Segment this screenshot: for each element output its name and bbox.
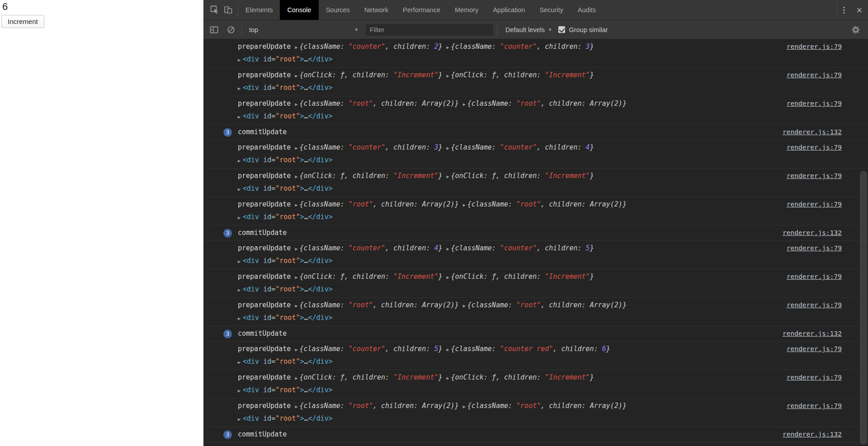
console-entry-prepare: renderer.js:79prepareUpdate▶{onClick: ƒ,… xyxy=(203,67,868,96)
expand-arrow-icon[interactable]: ▶ xyxy=(463,300,466,312)
source-link[interactable]: renderer.js:79 xyxy=(787,198,842,211)
expand-arrow-icon[interactable]: ▶ xyxy=(238,356,241,368)
scrollbar-thumb[interactable] xyxy=(860,171,867,445)
clear-console-icon[interactable] xyxy=(224,20,238,39)
source-link[interactable]: renderer.js:132 xyxy=(783,227,842,239)
attribute-value: "root" xyxy=(275,112,300,120)
group-similar-checkbox[interactable] xyxy=(558,26,565,33)
source-link[interactable]: renderer.js:79 xyxy=(787,371,842,384)
expand-arrow-icon[interactable]: ▶ xyxy=(447,142,449,154)
log-levels-dropdown[interactable]: Default levels ▼ xyxy=(501,26,555,33)
tag-name: <div xyxy=(243,84,263,92)
inspect-icon[interactable] xyxy=(208,0,222,20)
expand-arrow-icon[interactable]: ▶ xyxy=(295,41,297,53)
equals-sign: = xyxy=(271,257,275,265)
expand-arrow-icon[interactable]: ▶ xyxy=(447,170,449,183)
source-link[interactable]: renderer.js:132 xyxy=(783,126,842,138)
more-menu-icon[interactable] xyxy=(837,0,851,20)
dom-node-preview: <div id="root">…</div> xyxy=(243,414,333,423)
tab-network[interactable]: Network xyxy=(357,0,396,20)
tab-security[interactable]: Security xyxy=(532,0,570,20)
expand-arrow-icon[interactable]: ▶ xyxy=(238,312,241,324)
attribute-value: "root" xyxy=(275,414,300,423)
tab-sources[interactable]: Sources xyxy=(319,0,357,20)
expand-arrow-icon[interactable]: ▶ xyxy=(295,199,297,211)
expand-arrow-icon[interactable]: ▶ xyxy=(295,243,297,255)
close-icon[interactable]: × xyxy=(851,0,868,20)
expand-arrow-icon[interactable]: ▶ xyxy=(447,343,449,356)
expand-arrow-icon[interactable]: ▶ xyxy=(463,199,466,211)
tab-performance[interactable]: Performance xyxy=(396,0,448,20)
expand-arrow-icon[interactable]: ▶ xyxy=(463,400,466,413)
expand-arrow-icon[interactable]: ▶ xyxy=(447,372,449,384)
expand-arrow-icon[interactable]: ▶ xyxy=(238,155,241,167)
expand-arrow-icon[interactable]: ▶ xyxy=(238,284,241,296)
expand-arrow-icon[interactable]: ▶ xyxy=(295,343,297,356)
string-value: "Increment" xyxy=(545,172,590,180)
source-link[interactable]: renderer.js:79 xyxy=(787,271,842,283)
expand-arrow-icon[interactable]: ▶ xyxy=(295,170,297,183)
expand-arrow-icon[interactable]: ▶ xyxy=(295,98,297,110)
object-preview: {className: "root", children: Array(2)} xyxy=(299,99,458,108)
source-link[interactable]: renderer.js:79 xyxy=(787,141,842,154)
source-link[interactable]: renderer.js:132 xyxy=(783,328,842,340)
increment-button[interactable]: Increment xyxy=(1,15,44,28)
object-preview: {className: "root", children: Array(2)} xyxy=(467,402,627,410)
expand-arrow-icon[interactable]: ▶ xyxy=(447,70,449,82)
source-link[interactable]: renderer.js:132 xyxy=(783,428,842,441)
expand-arrow-icon[interactable]: ▶ xyxy=(463,98,466,110)
expand-arrow-icon[interactable]: ▶ xyxy=(238,255,241,268)
expand-arrow-icon[interactable]: ▶ xyxy=(295,300,297,312)
console-dom-line: ▶<div id="root">…</div> xyxy=(238,154,842,167)
repeat-count-badge: 3 xyxy=(223,229,232,237)
attribute-name: id xyxy=(263,414,271,423)
expand-arrow-icon[interactable]: ▶ xyxy=(295,400,297,413)
context-selector[interactable]: top ▼ xyxy=(245,26,362,33)
string-value: "Increment" xyxy=(393,373,438,381)
string-value: "counter" xyxy=(349,244,385,252)
expand-arrow-icon[interactable]: ▶ xyxy=(447,41,449,53)
expand-arrow-icon[interactable]: ▶ xyxy=(238,183,241,195)
expand-arrow-icon[interactable]: ▶ xyxy=(238,385,241,397)
expand-arrow-icon[interactable]: ▶ xyxy=(295,271,297,283)
tab-memory[interactable]: Memory xyxy=(448,0,486,20)
equals-sign: = xyxy=(271,414,275,423)
device-toolbar-icon[interactable] xyxy=(222,0,235,20)
tag-name: > xyxy=(300,184,304,192)
expand-arrow-icon[interactable]: ▶ xyxy=(447,243,449,255)
tab-console[interactable]: Console xyxy=(280,0,318,20)
source-link[interactable]: renderer.js:79 xyxy=(787,41,842,53)
console-sidebar-icon[interactable] xyxy=(207,20,221,39)
object-preview: {className: "counter", children: 4} xyxy=(451,143,594,151)
counter-value: 6 xyxy=(2,0,8,14)
source-link[interactable]: renderer.js:79 xyxy=(787,242,842,254)
console-dom-line: ▶<div id="root">…</div> xyxy=(238,413,842,425)
expand-arrow-icon[interactable]: ▶ xyxy=(238,211,241,224)
settings-gear-icon[interactable] xyxy=(849,20,863,39)
source-link[interactable]: renderer.js:79 xyxy=(787,400,842,412)
expand-arrow-icon[interactable]: ▶ xyxy=(295,70,297,82)
expand-arrow-icon[interactable]: ▶ xyxy=(295,372,297,384)
tab-application[interactable]: Application xyxy=(486,0,532,20)
source-link[interactable]: renderer.js:79 xyxy=(787,343,842,355)
source-link[interactable]: renderer.js:79 xyxy=(787,98,842,110)
expand-arrow-icon[interactable]: ▶ xyxy=(295,142,297,154)
source-link[interactable]: renderer.js:79 xyxy=(787,69,842,81)
object-preview: {onClick: ƒ, children: "Increment"} xyxy=(299,172,442,180)
dom-node-preview: <div id="root">…</div> xyxy=(243,184,333,192)
scrollbar-track[interactable] xyxy=(859,171,868,446)
expand-arrow-icon[interactable]: ▶ xyxy=(238,54,241,66)
tab-audits[interactable]: Audits xyxy=(571,0,603,20)
filter-input[interactable] xyxy=(366,24,493,36)
tag-name: > xyxy=(300,386,304,394)
expand-arrow-icon[interactable]: ▶ xyxy=(447,271,449,283)
source-link[interactable]: renderer.js:79 xyxy=(787,170,842,182)
expand-arrow-icon[interactable]: ▶ xyxy=(238,111,241,123)
tab-elements[interactable]: Elements xyxy=(238,0,280,20)
attribute-name: id xyxy=(263,257,271,265)
expand-arrow-icon[interactable]: ▶ xyxy=(238,82,241,94)
expand-arrow-icon[interactable]: ▶ xyxy=(238,413,241,425)
console-message-line: renderer.js:1323commitUpdate xyxy=(238,328,842,340)
source-link[interactable]: renderer.js:79 xyxy=(787,299,842,311)
console-prompt[interactable] xyxy=(203,442,868,446)
